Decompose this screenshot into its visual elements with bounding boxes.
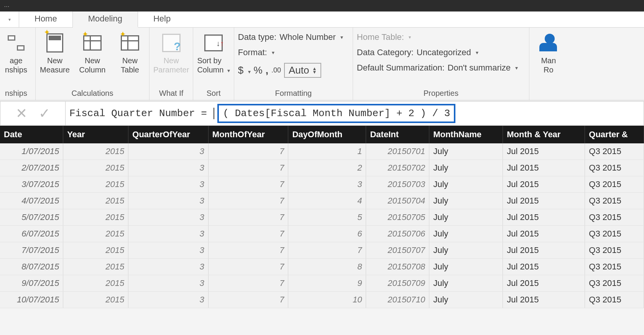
sort-by-column-button[interactable]: ↓↑ Sort by Column ▾ xyxy=(197,32,230,74)
table-cell[interactable]: Jul 2015 xyxy=(503,160,585,176)
table-cell[interactable]: 8 xyxy=(288,259,366,275)
table-cell[interactable]: 7 xyxy=(208,226,288,242)
manage-relationships-button[interactable]: age nships xyxy=(1,32,31,74)
table-cell[interactable]: July xyxy=(429,176,503,193)
column-header[interactable]: QuarterOfYear xyxy=(128,126,209,143)
table-cell[interactable]: 5 xyxy=(288,209,366,226)
table-cell[interactable]: Jul 2015 xyxy=(503,226,585,242)
table-cell[interactable]: 3 xyxy=(128,143,209,160)
table-row[interactable]: 5/07/2015201537520150705JulyJul 2015Q3 2… xyxy=(0,209,644,226)
table-cell[interactable]: Jul 2015 xyxy=(503,209,585,226)
table-cell[interactable]: 20150704 xyxy=(366,193,429,209)
tab-home[interactable]: Home xyxy=(19,11,73,27)
table-cell[interactable]: Q3 2015 xyxy=(585,242,644,259)
table-cell[interactable]: 3 xyxy=(128,226,209,242)
table-cell[interactable]: 7 xyxy=(208,292,288,308)
table-cell[interactable]: Jul 2015 xyxy=(503,292,585,308)
system-menu-button[interactable]: ▾ xyxy=(0,11,19,27)
table-cell[interactable]: 10 xyxy=(288,292,366,308)
table-cell[interactable]: 2015 xyxy=(63,259,128,275)
data-grid[interactable]: DateYearQuarterOfYearMonthOfYearDayOfMon… xyxy=(0,126,644,308)
decimal-places-stepper[interactable]: Auto ▲▼ xyxy=(284,63,321,78)
table-cell[interactable]: 20150701 xyxy=(366,143,429,160)
table-cell[interactable]: 2/07/2015 xyxy=(0,160,63,176)
table-cell[interactable]: Q3 2015 xyxy=(585,143,644,160)
table-cell[interactable]: 7 xyxy=(208,242,288,259)
table-cell[interactable]: 20150706 xyxy=(366,226,429,242)
table-cell[interactable]: 7 xyxy=(208,193,288,209)
table-cell[interactable]: 3 xyxy=(128,193,209,209)
table-cell[interactable]: 2015 xyxy=(63,143,128,160)
formula-accept-button[interactable]: ✓ xyxy=(39,105,50,122)
table-cell[interactable]: 3 xyxy=(128,292,209,308)
table-cell[interactable]: 1 xyxy=(288,143,366,160)
column-header[interactable]: Date xyxy=(0,126,63,143)
table-cell[interactable]: 20150709 xyxy=(366,275,429,292)
table-cell[interactable]: 4 xyxy=(288,193,366,209)
table-row[interactable]: 10/07/20152015371020150710JulyJul 2015Q3… xyxy=(0,292,644,308)
table-cell[interactable]: 3 xyxy=(128,242,209,259)
column-header[interactable]: DayOfMonth xyxy=(288,126,366,143)
table-cell[interactable]: Q3 2015 xyxy=(585,259,644,275)
table-cell[interactable]: 1/07/2015 xyxy=(0,143,63,160)
table-cell[interactable]: Jul 2015 xyxy=(503,193,585,209)
table-cell[interactable]: 3 xyxy=(128,160,209,176)
new-column-button[interactable]: ✦ New Column xyxy=(77,32,108,74)
new-measure-button[interactable]: ✦ New Measure xyxy=(39,32,70,74)
table-cell[interactable]: 2015 xyxy=(63,209,128,226)
tab-help[interactable]: Help xyxy=(138,11,186,27)
table-row[interactable]: 6/07/2015201537620150706JulyJul 2015Q3 2… xyxy=(0,226,644,242)
default-summarization-dropdown[interactable]: Default Summarization: Don't summarize ▾ xyxy=(357,63,518,73)
table-cell[interactable]: July xyxy=(429,259,503,275)
table-cell[interactable]: Jul 2015 xyxy=(503,176,585,193)
table-cell[interactable]: 2015 xyxy=(63,292,128,308)
table-row[interactable]: 2/07/2015201537220150702JulyJul 2015Q3 2… xyxy=(0,160,644,176)
table-cell[interactable]: July xyxy=(429,242,503,259)
column-header[interactable]: MonthOfYear xyxy=(208,126,288,143)
new-table-button[interactable]: ✦ New Table xyxy=(115,32,145,74)
table-cell[interactable]: 4/07/2015 xyxy=(0,193,63,209)
table-cell[interactable]: 20150703 xyxy=(366,176,429,193)
currency-format-button[interactable]: $ ▾ xyxy=(238,64,251,76)
table-cell[interactable]: 3 xyxy=(128,209,209,226)
table-cell[interactable]: 3 xyxy=(128,275,209,292)
table-cell[interactable]: Q3 2015 xyxy=(585,275,644,292)
table-cell[interactable]: 2015 xyxy=(63,226,128,242)
table-cell[interactable]: 7 xyxy=(288,242,366,259)
table-cell[interactable]: 7 xyxy=(208,209,288,226)
table-cell[interactable]: Jul 2015 xyxy=(503,275,585,292)
table-cell[interactable]: 3 xyxy=(128,259,209,275)
column-header[interactable]: MonthName xyxy=(429,126,503,143)
table-cell[interactable]: 6/07/2015 xyxy=(0,226,63,242)
percent-format-button[interactable]: % xyxy=(254,64,263,76)
manage-roles-button[interactable]: Man Ro xyxy=(533,32,564,74)
table-cell[interactable]: July xyxy=(429,193,503,209)
table-cell[interactable]: 20150702 xyxy=(366,160,429,176)
table-cell[interactable]: 3 xyxy=(128,176,209,193)
table-row[interactable]: 3/07/2015201537320150703JulyJul 2015Q3 2… xyxy=(0,176,644,193)
table-cell[interactable]: 3 xyxy=(288,176,366,193)
table-cell[interactable]: Q3 2015 xyxy=(585,226,644,242)
table-cell[interactable]: Q3 2015 xyxy=(585,193,644,209)
table-cell[interactable]: 7 xyxy=(208,160,288,176)
table-cell[interactable]: 9/07/2015 xyxy=(0,275,63,292)
formula-cancel-button[interactable]: ✕ xyxy=(16,105,27,122)
table-cell[interactable]: 7 xyxy=(208,176,288,193)
format-dropdown[interactable]: Format: ▾ xyxy=(238,48,343,57)
table-row[interactable]: 7/07/2015201537720150707JulyJul 2015Q3 2… xyxy=(0,242,644,259)
tab-modeling[interactable]: Modeling xyxy=(73,11,138,28)
table-cell[interactable]: Q3 2015 xyxy=(585,209,644,226)
table-cell[interactable]: July xyxy=(429,143,503,160)
column-header[interactable]: Quarter & xyxy=(585,126,644,143)
table-cell[interactable]: July xyxy=(429,275,503,292)
table-row[interactable]: 4/07/2015201537420150704JulyJul 2015Q3 2… xyxy=(0,193,644,209)
table-cell[interactable]: 7 xyxy=(208,143,288,160)
table-cell[interactable]: 20150708 xyxy=(366,259,429,275)
table-cell[interactable]: 7/07/2015 xyxy=(0,242,63,259)
table-cell[interactable]: Q3 2015 xyxy=(585,292,644,308)
table-cell[interactable]: 2015 xyxy=(63,193,128,209)
table-cell[interactable]: 20150710 xyxy=(366,292,429,308)
table-row[interactable]: 9/07/2015201537920150709JulyJul 2015Q3 2… xyxy=(0,275,644,292)
table-cell[interactable]: 9 xyxy=(288,275,366,292)
table-cell[interactable]: 6 xyxy=(288,226,366,242)
